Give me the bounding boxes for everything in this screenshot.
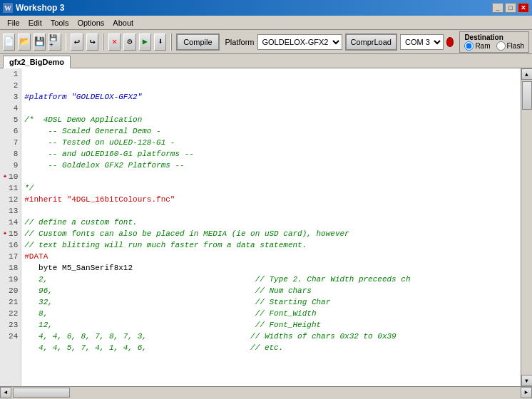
tab-gfx2bigdemo[interactable]: gfx2_BigDemo [3, 56, 71, 68]
menu-about[interactable]: About [108, 17, 138, 28]
connection-indicator [446, 37, 454, 47]
line-number-1: 1 [3, 68, 18, 80]
build-button[interactable] [123, 33, 135, 51]
line-number-17: 17 [3, 251, 18, 262]
stop-button[interactable] [108, 33, 121, 51]
title-bar: W Workshop 3 _ □ ✕ [0, 0, 532, 16]
undo-button[interactable] [71, 33, 83, 51]
open-button[interactable] [18, 33, 30, 51]
separator-3 [170, 33, 172, 51]
line-number-9: 9 [3, 160, 18, 171]
dest-ram-option[interactable]: Ram [464, 41, 490, 51]
scrollbar-vertical[interactable]: ▲ ▼ [521, 68, 532, 386]
line-number-7: 7 [3, 137, 18, 148]
svg-text:W: W [4, 4, 11, 12]
comprload-button[interactable]: ComprLoad [345, 33, 397, 51]
scroll-down-arrow[interactable]: ▼ [521, 375, 533, 386]
dest-ram-radio[interactable] [464, 41, 474, 51]
line-number-13: 13 [3, 205, 18, 217]
code-line-19: 32, // Starting Char [24, 296, 518, 308]
code-area[interactable]: #platform "GOLDELOX-GFX2"/* 4DSL Demo Ap… [21, 68, 521, 386]
code-line-10: #inherit "4DGL_16bitColours.fnc" [24, 194, 518, 205]
line-number-12: 12 [3, 194, 18, 205]
code-line-3: /* 4DSL Demo Application [24, 114, 518, 125]
dest-ram-label: Ram [475, 42, 490, 50]
code-line-6: -- and uOLED160-G1 platforms -- [24, 148, 518, 160]
code-line-22: 4, 4, 6, 8, 7, 8, 7, 3, // Widths of cha… [24, 331, 518, 342]
com-select[interactable]: COM 1 COM 2 COM 3 COM 4 [400, 34, 444, 50]
scroll-up-arrow[interactable]: ▲ [521, 68, 533, 80]
close-button[interactable]: ✕ [518, 3, 529, 13]
code-line-5: -- Tested on uOLED-128-G1 - [24, 137, 518, 148]
maximize-button[interactable]: □ [505, 3, 516, 13]
window-title: Workshop 3 [16, 3, 64, 13]
destination-options: Ram Flash [464, 41, 524, 51]
line-number-24: 24 [3, 331, 18, 342]
minimize-button[interactable]: _ [492, 3, 503, 13]
code-line-17: 2, // Type 2. Char Width preceeds ch [24, 274, 518, 285]
menu-tools[interactable]: Tools [46, 17, 73, 28]
destination-box: Destination Ram Flash [459, 31, 529, 53]
dest-flash-radio[interactable] [496, 41, 506, 51]
line-number-20: 20 [3, 285, 18, 296]
line-number-14: 14 [3, 217, 18, 228]
scroll-left-arrow[interactable]: ◄ [0, 387, 11, 398]
code-line-15: #DATA [24, 251, 518, 262]
code-line-2 [24, 103, 518, 114]
menu-options[interactable]: Options [73, 17, 108, 28]
editor-container: 123456789✦1011121314✦1516171819202122232… [0, 68, 532, 386]
line-number-15: ✦15 [3, 228, 18, 239]
platform-select[interactable]: GOLDELOX-GFX2 PICASO DIABLO16 [257, 34, 342, 50]
code-line-16: byte M5_SanSerif8x12 [24, 262, 518, 274]
menu-file[interactable]: File [3, 17, 24, 28]
title-left: W Workshop 3 [3, 3, 64, 13]
code-line-18: 96, // Num chars [24, 285, 518, 296]
line-numbers: 123456789✦1011121314✦1516171819202122232… [0, 68, 21, 386]
line-number-18: 18 [3, 262, 18, 274]
code-line-8 [24, 171, 518, 182]
compile-button[interactable]: Compile [176, 33, 219, 51]
app-icon: W [3, 3, 13, 13]
line-number-21: 21 [3, 296, 18, 308]
separator-1 [66, 33, 67, 51]
line-number-22: 22 [3, 308, 18, 319]
download-button[interactable] [154, 33, 166, 51]
platform-label: Platform [225, 38, 255, 46]
code-line-14: // text blitting will run much faster fr… [24, 239, 518, 251]
scroll-thumb[interactable] [522, 81, 532, 110]
separator-2 [103, 33, 104, 51]
code-line-4: -- Scaled General Demo - [24, 125, 518, 137]
code-line-24 [24, 353, 518, 365]
code-line-1: #platform "GOLDELOX-GFX2" [24, 91, 518, 103]
scrollbar-horizontal[interactable]: ◄ ► [0, 386, 532, 398]
code-line-13: // Custom fonts can also be placed in ME… [24, 228, 518, 239]
scroll-h-thumb[interactable] [13, 388, 70, 398]
dest-flash-label: Flash [507, 42, 524, 50]
code-line-7: -- Goldelox GFX2 Platforms -- [24, 160, 518, 171]
line-number-16: 16 [3, 239, 18, 251]
tab-bar: gfx2_BigDemo [0, 54, 532, 68]
redo-button[interactable] [86, 33, 98, 51]
save-all-button[interactable]: 💾+ [48, 33, 61, 51]
new-button[interactable] [3, 33, 15, 51]
destination-label: Destination [464, 33, 524, 41]
line-number-6: 6 [3, 125, 18, 137]
save-button[interactable] [34, 33, 46, 51]
code-line-12: // define a custom font. [24, 217, 518, 228]
line-number-19: 19 [3, 274, 18, 285]
code-line-9: */ [24, 182, 518, 194]
menu-edit[interactable]: Edit [24, 17, 46, 28]
code-line-21: 12, // Font_Height [24, 319, 518, 331]
toolbar: 💾+ Compile Platform GOLDELOX-GFX2 PICASO… [0, 30, 532, 54]
line-number-4: 4 [3, 103, 18, 114]
line-number-2: 2 [3, 80, 18, 91]
code-line-23: 4, 4, 5, 7, 4, 1, 4, 6, // etc. [24, 342, 518, 353]
scroll-right-arrow[interactable]: ► [521, 387, 532, 398]
title-buttons[interactable]: _ □ ✕ [492, 3, 529, 13]
menu-bar: File Edit Tools Options About [0, 16, 532, 30]
dest-flash-option[interactable]: Flash [496, 41, 524, 51]
line-number-11: 11 [3, 182, 18, 194]
run-button[interactable] [139, 33, 151, 51]
line-number-5: 5 [3, 114, 18, 125]
line-number-3: 3 [3, 91, 18, 103]
